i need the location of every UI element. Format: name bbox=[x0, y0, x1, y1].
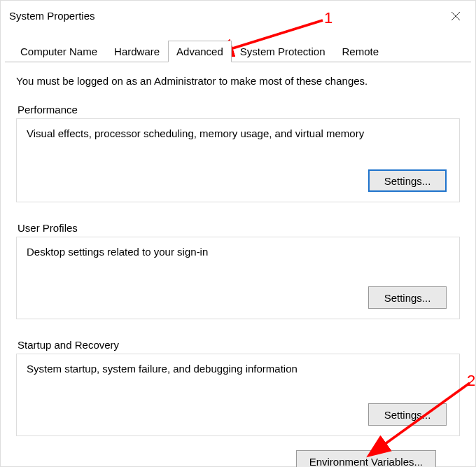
group-performance-label: Performance bbox=[16, 104, 460, 116]
group-performance-box: Visual effects, processor scheduling, me… bbox=[16, 118, 460, 202]
tab-system-protection[interactable]: System Protection bbox=[232, 41, 334, 62]
tab-hardware[interactable]: Hardware bbox=[106, 41, 168, 62]
group-user-profiles-box: Desktop settings related to your sign-in… bbox=[16, 237, 460, 319]
tab-remote[interactable]: Remote bbox=[334, 41, 388, 62]
environment-variables-button[interactable]: Environment Variables... bbox=[296, 450, 436, 467]
group-performance: Performance Visual effects, processor sc… bbox=[16, 104, 460, 202]
tab-computer-name[interactable]: Computer Name bbox=[12, 41, 106, 62]
title-bar: System Properties bbox=[1, 1, 475, 30]
group-startup-recovery-box: System startup, system failure, and debu… bbox=[16, 354, 460, 436]
group-performance-desc: Visual effects, processor scheduling, me… bbox=[27, 127, 449, 139]
group-startup-recovery: Startup and Recovery System startup, sys… bbox=[16, 339, 460, 436]
group-startup-recovery-label: Startup and Recovery bbox=[16, 339, 460, 351]
group-user-profiles-label: User Profiles bbox=[16, 222, 460, 234]
group-user-profiles-desc: Desktop settings related to your sign-in bbox=[27, 246, 449, 258]
tab-panel-advanced: You must be logged on as an Administrato… bbox=[1, 62, 475, 467]
intro-text: You must be logged on as an Administrato… bbox=[16, 75, 460, 87]
performance-settings-button[interactable]: Settings... bbox=[368, 169, 447, 192]
user-profiles-settings-button[interactable]: Settings... bbox=[368, 286, 447, 309]
group-startup-recovery-desc: System startup, system failure, and debu… bbox=[27, 363, 449, 375]
window-title: System Properties bbox=[9, 10, 95, 22]
close-button[interactable] bbox=[446, 6, 465, 26]
close-icon bbox=[451, 11, 461, 21]
group-user-profiles: User Profiles Desktop settings related t… bbox=[16, 222, 460, 319]
startup-recovery-settings-button[interactable]: Settings... bbox=[368, 403, 447, 426]
environment-variables-row: Environment Variables... bbox=[16, 450, 460, 467]
system-properties-window: System Properties Computer Name Hardware… bbox=[0, 0, 476, 467]
tab-strip: Computer Name Hardware Advanced System P… bbox=[5, 40, 471, 62]
tab-advanced[interactable]: Advanced bbox=[168, 41, 232, 62]
